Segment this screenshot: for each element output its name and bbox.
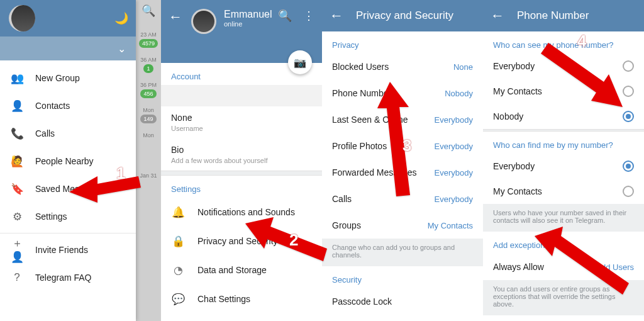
callout-arrow-4: 4: [528, 31, 635, 116]
search-icon[interactable]: 🔍: [137, 4, 160, 18]
chat-badge: 456: [140, 89, 156, 98]
security-passcode[interactable]: Passcode Lock: [322, 288, 483, 315]
section-settings: Settings: [161, 176, 322, 198]
bell-icon: 🔔: [171, 206, 185, 219]
drawer-label: Calls: [35, 128, 55, 138]
row-value: Everybody: [435, 115, 473, 125]
svg-marker-0: [69, 176, 141, 203]
search-icon[interactable]: 🔍: [278, 9, 292, 23]
settings-folders[interactable]: 📁Folders: [161, 313, 322, 321]
drawer-header: 🌙: [0, 0, 136, 37]
chat-time: Mon: [143, 107, 154, 113]
chat-badge: 1: [143, 64, 153, 73]
opt2-mycontacts[interactable]: My Contacts: [483, 179, 644, 204]
callout-arrow-2: 2: [239, 214, 333, 273]
drawer-new-group[interactable]: 👥New Group: [0, 64, 136, 92]
row-value: Everybody: [435, 142, 473, 151]
camera-icon: 📷: [294, 57, 306, 69]
drawer-label: Invite Friends: [35, 245, 88, 255]
back-icon[interactable]: ←: [491, 8, 504, 24]
phone-icon: 📞: [10, 127, 24, 140]
drawer-calls[interactable]: 📞Calls: [0, 120, 136, 147]
row-key: Groups: [332, 220, 361, 230]
account-dropdown[interactable]: ⌄: [0, 37, 136, 60]
phone-header: ← Phone Number: [483, 0, 644, 31]
avatar[interactable]: [193, 11, 214, 32]
moon-icon[interactable]: 🌙: [114, 11, 128, 25]
chat-badge: 149: [140, 115, 156, 123]
callout-number: 1: [116, 164, 125, 183]
chat-time: 36 PM: [140, 82, 157, 88]
row-key: Passcode Lock: [332, 296, 392, 307]
phone-row[interactable]: [161, 85, 322, 106]
section-privacy: Privacy: [322, 31, 483, 54]
settings-chat[interactable]: 💬Chat Settings: [161, 284, 322, 313]
profile-name: Emmanuel: [224, 9, 272, 20]
drawer-faq[interactable]: ?Telegram FAQ: [0, 264, 136, 291]
opt2-everybody[interactable]: Everybody: [483, 154, 644, 179]
row-value: My Contacts: [428, 221, 473, 230]
row-value: Everybody: [435, 194, 473, 204]
svg-marker-1: [245, 217, 327, 261]
drawer-invite-friends[interactable]: ＋👤Invite Friends: [0, 236, 136, 264]
person-icon: 👤: [10, 99, 24, 113]
opt-label: Nobody: [493, 111, 523, 121]
invite-icon: ＋👤: [10, 236, 24, 264]
data-icon: ◔: [171, 264, 185, 277]
q2-label: Who can find me by my number?: [483, 132, 644, 154]
callout-arrow-3: 3: [365, 76, 428, 204]
privacy-header: ← Privacy and Security: [322, 0, 483, 31]
opt-label: My Contacts: [493, 186, 542, 196]
drawer-label: Settings: [35, 211, 67, 222]
profile-status: online: [224, 20, 272, 28]
page-title: Phone Number: [517, 9, 589, 22]
row-value: None: [453, 62, 473, 72]
callout-number: 3: [402, 136, 411, 155]
callout-arrow-5: [528, 227, 635, 305]
chevron-down-icon: ⌄: [118, 43, 126, 55]
row-key: Blocked Users: [332, 62, 389, 72]
settings-label: Chat Settings: [197, 294, 250, 304]
row-value: Nobody: [445, 89, 473, 98]
bio-caption: Add a few words about yourself: [171, 157, 312, 164]
nearby-icon: 🙋: [10, 155, 24, 168]
drawer-label: New Group: [35, 73, 80, 83]
callout-number: 4: [577, 31, 586, 51]
section-security: Security: [322, 266, 483, 288]
more-icon[interactable]: ⋮: [303, 9, 314, 23]
drawer-label: Telegram FAQ: [35, 273, 91, 283]
avatar[interactable]: [9, 5, 35, 31]
help-icon: ?: [10, 271, 24, 284]
radio-icon: [623, 186, 634, 197]
chat-icon: 💬: [171, 293, 185, 306]
row-key: Calls: [332, 194, 352, 204]
callout-number: 2: [289, 230, 298, 250]
radio-icon: [623, 160, 634, 172]
camera-button[interactable]: 📷: [288, 50, 312, 74]
back-icon[interactable]: ←: [169, 9, 182, 25]
username-row[interactable]: None Username: [161, 106, 322, 138]
back-icon[interactable]: ←: [330, 8, 343, 24]
chat-time: 23 AM: [140, 31, 157, 38]
privacy-note: Change who can add you to groups and cha…: [322, 239, 483, 266]
group-icon: 👥: [10, 72, 24, 85]
chat-time: Mon: [143, 132, 154, 138]
gear-icon: ⚙: [10, 210, 24, 223]
chat-time: 36 AM: [140, 57, 157, 63]
opt-label: Everybody: [493, 161, 535, 171]
settings-header: ← Emmanuel online 🔍 ⋮ 📷: [161, 0, 322, 63]
chat-badge: 4579: [139, 39, 158, 48]
lock-icon: 🔒: [171, 235, 185, 248]
security-twostep[interactable]: Two-Step VerificationOff: [322, 315, 483, 321]
bio-row[interactable]: Bio Add a few words about yourself: [161, 138, 322, 171]
privacy-groups[interactable]: GroupsMy Contacts: [322, 212, 483, 239]
bookmark-icon: 🔖: [10, 183, 24, 196]
username-value: None: [171, 113, 312, 123]
svg-marker-4: [535, 227, 629, 295]
svg-marker-3: [541, 43, 623, 107]
username-caption: Username: [171, 125, 312, 132]
bio-value: Bio: [171, 145, 312, 155]
page-title: Privacy and Security: [356, 9, 453, 22]
drawer-contacts[interactable]: 👤Contacts: [0, 92, 136, 120]
callout-arrow-1: 1: [63, 157, 145, 210]
